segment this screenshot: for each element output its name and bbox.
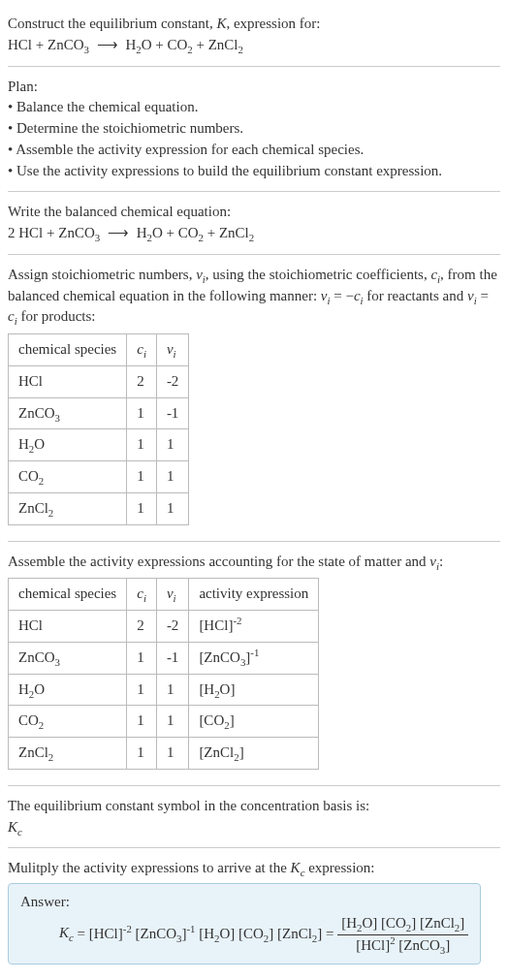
cell-ci: 1: [127, 397, 157, 429]
cell-activity: [HCl]-2: [189, 611, 319, 643]
plan-item: • Balance the chemical equation.: [8, 97, 500, 118]
cell-species: ZnCl2: [9, 738, 127, 770]
activity-intro: Assemble the activity expressions accoun…: [8, 552, 500, 573]
cell-vi: 1: [156, 706, 189, 738]
plan-heading: Plan:: [8, 77, 500, 98]
cell-ci: 1: [127, 642, 157, 674]
cell-activity: [CO2]: [189, 706, 319, 738]
answer-label: Answer:: [20, 892, 468, 913]
cell-species: HCl: [9, 365, 127, 397]
plan-item: • Determine the stoichiometric numbers.: [8, 118, 500, 140]
col-ci: ci: [127, 579, 157, 611]
cell-vi: -1: [156, 397, 189, 429]
table-row: CO211: [9, 461, 189, 493]
col-species: chemical species: [9, 334, 127, 366]
col-ci: ci: [127, 334, 157, 366]
cell-species: H2O: [9, 674, 127, 706]
cell-activity: [ZnCO3]-1: [189, 642, 319, 674]
separator: [8, 191, 500, 192]
cell-ci: 1: [127, 674, 157, 706]
cell-vi: -2: [156, 365, 189, 397]
cell-activity: [H2O]: [189, 674, 319, 706]
table-row: HCl2-2: [9, 365, 189, 397]
cell-species: ZnCO3: [9, 397, 127, 429]
cell-species: ZnCl2: [9, 492, 127, 524]
table-row: ZnCO31-1[ZnCO3]-1: [9, 642, 319, 674]
cell-species: HCl: [9, 611, 127, 643]
multiply-line: Mulitply the activity expressions to arr…: [8, 858, 500, 879]
plan-item: • Use the activity expressions to build …: [8, 161, 500, 182]
balanced-heading: Write the balanced chemical equation:: [8, 202, 500, 223]
col-vi: νi: [156, 334, 189, 366]
cell-vi: 1: [156, 492, 189, 524]
stoich-table: chemical species ci νi HCl2-2 ZnCO31-1 H…: [8, 333, 189, 525]
cell-species: CO2: [9, 706, 127, 738]
cell-species: ZnCO3: [9, 642, 127, 674]
table-row: H2O11[H2O]: [9, 674, 319, 706]
cell-ci: 1: [127, 706, 157, 738]
multiply-section: Mulitply the activity expressions to arr…: [8, 852, 500, 970]
cell-species: CO2: [9, 461, 127, 493]
table-row: ZnCl211[ZnCl2]: [9, 738, 319, 770]
kc-symbol: Kc: [8, 817, 500, 838]
cell-activity: [ZnCl2]: [189, 738, 319, 770]
activity-section: Assemble the activity expressions accoun…: [8, 546, 500, 781]
plan-section: Plan: • Balance the chemical equation. •…: [8, 71, 500, 188]
intro-line: Construct the equilibrium constant, K, e…: [8, 14, 500, 35]
separator: [8, 254, 500, 255]
table-row: CO211[CO2]: [9, 706, 319, 738]
table-row: ZnCO31-1: [9, 397, 189, 429]
stoich-intro: Assign stoichiometric numbers, νi, using…: [8, 265, 500, 328]
cell-vi: -1: [156, 642, 189, 674]
plan-item-text: Assemble the activity expression for eac…: [16, 142, 364, 157]
activity-table: chemical species ci νi activity expressi…: [8, 578, 319, 770]
kc-symbol-section: The equilibrium constant symbol in the c…: [8, 790, 500, 844]
stoich-section: Assign stoichiometric numbers, νi, using…: [8, 259, 500, 537]
separator: [8, 66, 500, 67]
cell-vi: 1: [156, 674, 189, 706]
separator: [8, 541, 500, 542]
cell-ci: 1: [127, 738, 157, 770]
table-row: H2O11: [9, 429, 189, 461]
col-vi: νi: [156, 579, 189, 611]
cell-ci: 1: [127, 429, 157, 461]
separator: [8, 847, 500, 848]
cell-vi: 1: [156, 429, 189, 461]
plan-item-text: Determine the stoichiometric numbers.: [16, 120, 243, 136]
cell-ci: 1: [127, 492, 157, 524]
intro-section: Construct the equilibrium constant, K, e…: [8, 8, 500, 62]
plan-item-text: Balance the chemical equation.: [16, 99, 198, 114]
cell-ci: 1: [127, 461, 157, 493]
unbalanced-equation: HCl + ZnCO3 ⟶ H2O + CO2 + ZnCl2: [8, 35, 500, 56]
answer-expression: Kc = [HCl]-2 [ZnCO3]-1 [H2O] [CO2] [ZnCl…: [20, 913, 468, 957]
balanced-equation: 2 HCl + ZnCO3 ⟶ H2O + CO2 + ZnCl2: [8, 223, 500, 244]
kc-symbol-line: The equilibrium constant symbol in the c…: [8, 796, 500, 817]
plan-item-text: Use the activity expressions to build th…: [16, 163, 442, 178]
balanced-section: Write the balanced chemical equation: 2 …: [8, 196, 500, 250]
col-activity: activity expression: [189, 579, 319, 611]
answer-box: Answer: Kc = [HCl]-2 [ZnCO3]-1 [H2O] [CO…: [8, 883, 481, 964]
separator: [8, 785, 500, 786]
table-row: HCl2-2[HCl]-2: [9, 611, 319, 643]
cell-vi: 1: [156, 738, 189, 770]
table-row: ZnCl211: [9, 492, 189, 524]
table-header-row: chemical species ci νi activity expressi…: [9, 579, 319, 611]
plan-item: • Assemble the activity expression for e…: [8, 140, 500, 161]
cell-ci: 2: [127, 611, 157, 643]
cell-vi: -2: [156, 611, 189, 643]
col-species: chemical species: [9, 579, 127, 611]
table-header-row: chemical species ci νi: [9, 334, 189, 366]
cell-vi: 1: [156, 461, 189, 493]
cell-species: H2O: [9, 429, 127, 461]
cell-ci: 2: [127, 365, 157, 397]
